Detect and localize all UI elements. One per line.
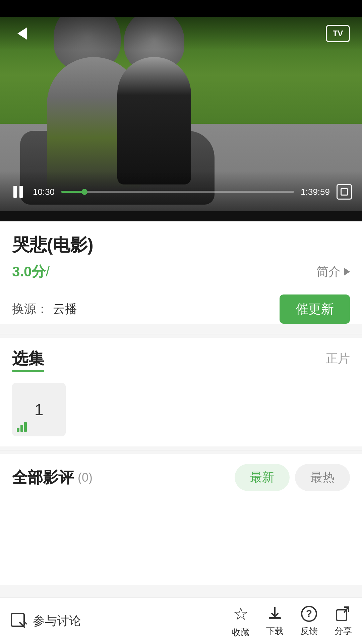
favorite-action[interactable]: ☆ 收藏: [232, 604, 249, 638]
player-bottom-bar-decor: [0, 211, 362, 221]
current-time: 10:30: [33, 187, 55, 197]
movie-title: 哭悲(电影): [12, 233, 350, 257]
rating-display: 3.0分 /: [12, 262, 50, 281]
progress-fill: [61, 191, 84, 193]
status-bar: [0, 0, 362, 17]
participate-label: 参与讨论: [33, 613, 81, 629]
signal-bar-2: [20, 425, 23, 432]
divider-1: [0, 334, 362, 334]
source-name: 云播: [53, 302, 77, 316]
intro-chevron-icon: [344, 268, 350, 276]
feedback-label: 反馈: [300, 625, 318, 637]
favorite-icon: ☆: [233, 604, 249, 624]
episode-number: 1: [35, 400, 44, 419]
signal-bar-3: [24, 422, 27, 432]
back-button[interactable]: [12, 23, 32, 44]
signal-bar-1: [17, 428, 19, 432]
total-time: 1:39:59: [301, 187, 330, 197]
filter-hottest-button[interactable]: 最热: [295, 464, 350, 491]
episode-item[interactable]: 1: [12, 383, 66, 436]
download-action[interactable]: 下载: [266, 605, 284, 637]
intro-button[interactable]: 简介: [316, 264, 350, 280]
reviews-empty-area: [0, 498, 362, 585]
pause-bar-2: [19, 186, 23, 198]
scene-figure-right: [117, 57, 191, 184]
back-chevron-icon: [17, 28, 27, 40]
share-action[interactable]: 分享: [335, 605, 352, 637]
episode-signal-icon: [17, 422, 27, 432]
tv-cast-label: TV: [333, 29, 343, 38]
source-display: 换源： 云播: [12, 301, 77, 317]
episodes-container: 1: [0, 369, 362, 446]
movie-info-section: 哭悲(电影) 3.0分 / 简介 换源： 云播 催更新: [0, 221, 362, 324]
rating-score: 3.0分: [12, 262, 46, 281]
participate-svg-icon: [10, 612, 27, 630]
fullscreen-button[interactable]: [337, 184, 352, 200]
svg-text:?: ?: [306, 608, 312, 619]
player-top-bar: TV: [0, 17, 362, 50]
reviews-section: 全部影评 (0) 最新 最热: [0, 454, 362, 585]
bottom-bar: 参与讨论 ☆ 收藏 下载 ? 反馈: [0, 597, 362, 644]
share-icon: [335, 605, 352, 623]
pause-bar-1: [13, 186, 17, 198]
source-label: 换源：: [12, 302, 48, 316]
filter-newest-button[interactable]: 最新: [235, 464, 290, 491]
episodes-section-header: 选集 正片: [0, 338, 362, 369]
fullscreen-icon: [341, 188, 348, 196]
reviews-title-group: 全部影评 (0): [12, 467, 93, 488]
pause-button[interactable]: [10, 184, 26, 200]
intro-label: 简介: [316, 264, 341, 280]
progress-bar[interactable]: [61, 191, 294, 193]
request-update-button[interactable]: 催更新: [280, 294, 350, 324]
feedback-action[interactable]: ? 反馈: [300, 605, 318, 637]
tv-cast-button[interactable]: TV: [326, 25, 350, 42]
participate-icon: [10, 612, 27, 630]
svg-rect-3: [269, 617, 281, 619]
reviews-count: (0): [78, 471, 93, 485]
download-label: 下载: [266, 625, 284, 637]
share-label: 分享: [335, 625, 352, 637]
player-bottom-bar: 10:30 1:39:59: [0, 171, 362, 211]
pause-icon: [13, 186, 23, 198]
progress-dot: [81, 189, 87, 195]
rating-slash: /: [46, 264, 50, 280]
episodes-right-label: 正片: [326, 351, 350, 367]
reviews-header: 全部影评 (0) 最新 最热: [0, 454, 362, 498]
reviews-filter-group: 最新 最热: [235, 464, 350, 491]
section-title-underline: [12, 370, 44, 372]
player-controls-row: 10:30 1:39:59: [10, 184, 352, 200]
rating-row: 3.0分 / 简介: [12, 262, 350, 281]
divider-2: [0, 450, 362, 450]
participate-button[interactable]: 参与讨论: [10, 612, 232, 630]
bottom-actions: ☆ 收藏 下载 ? 反馈 分享: [232, 604, 352, 638]
source-row: 换源： 云播 催更新: [12, 291, 350, 324]
favorite-label: 收藏: [232, 627, 249, 638]
video-player: TV 10:30 1:39:59: [0, 17, 362, 211]
episodes-title: 选集: [12, 348, 44, 369]
reviews-title: 全部影评: [12, 467, 74, 488]
feedback-icon: ?: [300, 605, 318, 623]
download-icon: [266, 605, 284, 623]
